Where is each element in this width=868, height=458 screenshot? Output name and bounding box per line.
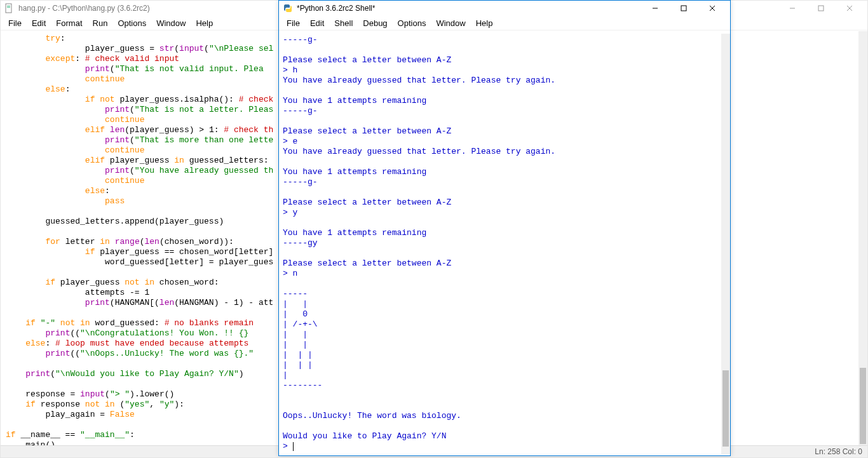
minimize-button[interactable]	[641, 1, 669, 16]
svg-rect-0	[6, 4, 11, 13]
editor-scroll-thumb[interactable]	[860, 368, 866, 444]
shell-window-controls	[641, 1, 726, 16]
python-shell-icon	[283, 3, 293, 13]
editor-cursor-pos: Ln: 258 Col: 0	[815, 447, 862, 456]
menu-window[interactable]: Window	[151, 17, 191, 29]
editor-window-controls	[778, 1, 864, 16]
shell-titlebar[interactable]: *Python 3.6.2rc2 Shell*	[279, 1, 730, 16]
menu-file[interactable]: File	[281, 17, 305, 29]
minimize-button[interactable]	[778, 1, 806, 16]
shell-title: *Python 3.6.2rc2 Shell*	[297, 4, 641, 13]
python-file-icon	[4, 3, 15, 13]
menu-edit[interactable]: Edit	[27, 17, 51, 29]
maximize-button[interactable]	[806, 1, 835, 16]
shell-window: *Python 3.6.2rc2 Shell* FileEditShellDeb…	[278, 0, 731, 456]
close-button[interactable]	[698, 1, 726, 16]
menu-run[interactable]: Run	[88, 17, 113, 29]
menu-window[interactable]: Window	[431, 17, 470, 29]
menu-shell[interactable]: Shell	[329, 17, 358, 29]
menu-help[interactable]: Help	[191, 17, 218, 29]
svg-rect-4	[818, 6, 824, 11]
svg-rect-2	[7, 7, 10, 8]
shell-scroll-thumb[interactable]	[722, 370, 729, 447]
shell-scrollbar[interactable]	[721, 34, 730, 454]
close-button[interactable]	[835, 1, 864, 16]
shell-output[interactable]: -----g- Please select a letter between A…	[279, 34, 721, 453]
svg-rect-1	[7, 6, 10, 6]
menu-options[interactable]: Options	[393, 17, 431, 29]
editor-scrollbar[interactable]	[858, 31, 867, 446]
menu-help[interactable]: Help	[471, 17, 498, 29]
shell-menubar: FileEditShellDebugOptionsWindowHelp	[279, 16, 730, 30]
menu-edit[interactable]: Edit	[305, 17, 329, 29]
menu-debug[interactable]: Debug	[358, 17, 392, 29]
menu-format[interactable]: Format	[51, 17, 87, 29]
svg-rect-8	[681, 6, 686, 11]
shell-prompt[interactable]: >	[283, 441, 294, 451]
menu-file[interactable]: File	[3, 17, 27, 29]
text-cursor	[293, 442, 294, 451]
menu-options[interactable]: Options	[112, 17, 151, 29]
shell-body[interactable]: -----g- Please select a letter between A…	[279, 34, 721, 454]
shell-output-text: -----g- Please select a letter between A…	[283, 35, 555, 441]
maximize-button[interactable]	[669, 1, 698, 16]
